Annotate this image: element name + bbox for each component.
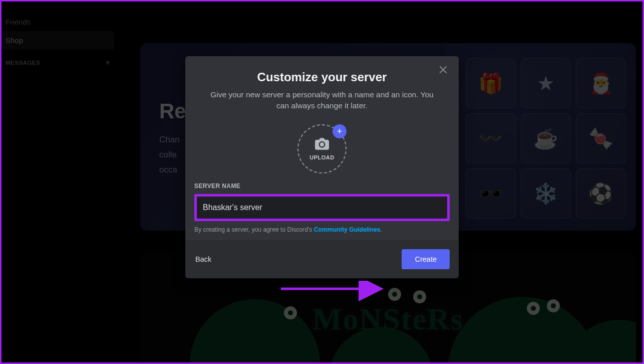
input-highlight-annotation xyxy=(194,194,450,221)
modal-subtitle: Give your new server a personality with … xyxy=(195,89,449,111)
camera-icon xyxy=(315,138,329,152)
back-button[interactable]: Back xyxy=(194,253,212,265)
modal-footer: Back Create xyxy=(185,240,459,278)
modal-title: Customize your server xyxy=(195,70,449,84)
create-button[interactable]: Create xyxy=(402,249,450,269)
community-guidelines-link[interactable]: Community Guidelines xyxy=(314,226,381,233)
customize-server-modal: Customize your server Give your new serv… xyxy=(185,56,459,278)
upload-server-icon-button[interactable]: UPLOAD + xyxy=(297,124,347,173)
guidelines-helper-text: By creating a server, you agree to Disco… xyxy=(194,226,450,233)
plus-badge-icon: + xyxy=(333,124,347,138)
upload-label: UPLOAD xyxy=(309,154,334,160)
server-name-input[interactable] xyxy=(197,197,447,219)
server-name-label: SERVER NAME xyxy=(194,183,450,190)
